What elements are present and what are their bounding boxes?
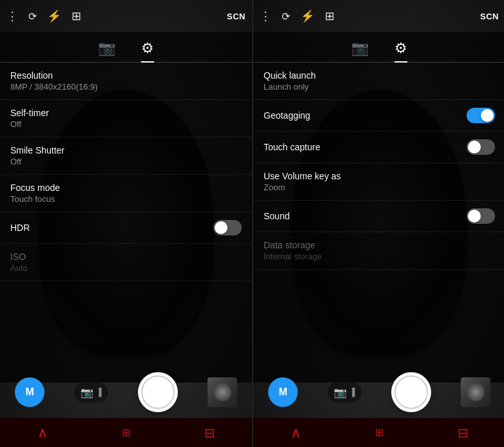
setting-iso[interactable]: ISO Auto — [0, 244, 252, 281]
data-storage-label: Data storage — [264, 240, 495, 250]
touch-capture-toggle-knob — [468, 141, 481, 154]
camera-video-icon-left[interactable]: ▐ — [96, 388, 102, 397]
touch-capture-label: Touch capture — [264, 142, 320, 152]
focus-mode-label: Focus mode — [10, 183, 242, 193]
top-bar-right: ⋮ ⟳ ⚡ ⊞ SCN — [253, 0, 504, 32]
setting-quick-launch[interactable]: Quick launch Launch only — [253, 63, 504, 100]
camera-video-icon-right[interactable]: ▐ — [349, 388, 355, 397]
setting-smile-shutter[interactable]: Smile Shutter Off — [0, 137, 252, 175]
top-bar-left-icons: ⋮ ⟳ ⚡ ⊞ — [6, 9, 81, 23]
setting-hdr[interactable]: HDR — [0, 212, 252, 244]
settings-overlay-right: 📷 ⚙ Quick launch Launch only Geotagging … — [253, 32, 504, 382]
settings-tabs-right: 📷 ⚙ — [253, 32, 504, 63]
sound-text: Sound — [264, 211, 289, 221]
shutter-button-right[interactable] — [391, 372, 431, 412]
tab-settings-right[interactable]: ⚙ — [394, 40, 407, 57]
rotate-icon-left[interactable]: ⟳ — [28, 10, 37, 23]
touch-capture-toggle[interactable] — [467, 139, 495, 155]
delete-nav-left[interactable]: ⊟ — [204, 425, 215, 441]
shutter-inner-right — [394, 375, 428, 409]
quick-launch-label: Quick launch — [264, 70, 495, 81]
left-panel: ⋮ ⟳ ⚡ ⊞ SCN 📷 ⚙ Resolution 8MP / 3840x21… — [0, 0, 252, 447]
camera-mode-group-left[interactable]: 📷 ▐ — [74, 382, 108, 402]
setting-sound[interactable]: Sound — [253, 201, 504, 232]
iso-label: ISO — [10, 252, 242, 262]
sound-toggle-knob — [468, 210, 481, 223]
grid-nav-left[interactable]: ⊞ — [122, 426, 130, 439]
resolution-label: Resolution — [10, 70, 242, 81]
quick-launch-value: Launch only — [264, 82, 495, 92]
smile-shutter-value: Off — [10, 157, 242, 166]
tab-settings-left[interactable]: ⚙ — [141, 40, 154, 57]
settings-list-right: Quick launch Launch only Geotagging Touc… — [253, 63, 504, 382]
setting-touch-capture[interactable]: Touch capture — [253, 132, 504, 163]
delete-nav-right[interactable]: ⊟ — [458, 425, 469, 441]
top-bar-left: ⋮ ⟳ ⚡ ⊞ SCN — [0, 0, 252, 32]
thumbnail-right[interactable] — [461, 377, 490, 407]
hdr-toggle-knob — [215, 221, 228, 234]
setting-focus-mode[interactable]: Focus mode Touch focus — [0, 175, 252, 212]
resolution-value: 8MP / 3840x2160(16:9) — [10, 82, 242, 92]
geotagging-toggle-knob — [481, 109, 494, 122]
settings-tabs-left: 📷 ⚙ — [0, 32, 252, 63]
thumbnail-left[interactable] — [208, 377, 237, 407]
filter-icon-right[interactable]: ⊞ — [325, 9, 334, 23]
focus-mode-value: Touch focus — [10, 194, 242, 204]
right-panel: ⋮ ⟳ ⚡ ⊞ SCN 📷 ⚙ Quick launch Launch only… — [253, 0, 504, 447]
nav-bar-right: ∧ ⊞ ⊟ — [253, 418, 504, 447]
setting-data-storage[interactable]: Data storage Internal storage — [253, 232, 504, 270]
mode-button-left[interactable]: M — [15, 377, 44, 407]
top-bar-right-icons: ⋮ ⟳ ⚡ ⊞ — [260, 9, 334, 23]
smile-shutter-label: Smile Shutter — [10, 145, 242, 155]
data-storage-value: Internal storage — [264, 252, 495, 261]
tab-camera-right[interactable]: 📷 — [351, 40, 369, 57]
setting-geotagging[interactable]: Geotagging — [253, 100, 504, 132]
sound-toggle[interactable] — [467, 208, 495, 224]
iso-value: Auto — [10, 263, 242, 273]
flash-icon-right[interactable]: ⚡ — [300, 9, 315, 23]
volume-key-value: Zoom — [264, 183, 495, 192]
setting-volume-key[interactable]: Use Volume key as Zoom — [253, 163, 504, 201]
scn-badge-left: SCN — [227, 12, 246, 21]
geotagging-toggle[interactable] — [467, 108, 495, 123]
setting-self-timer[interactable]: Self-timer Off — [0, 100, 252, 137]
camera-mode-group-right[interactable]: 📷 ▐ — [327, 382, 362, 402]
filter-icon-left[interactable]: ⊞ — [72, 9, 81, 23]
menu-icon-right[interactable]: ⋮ — [260, 9, 271, 23]
tab-camera-left[interactable]: 📷 — [98, 40, 115, 57]
menu-icon-left[interactable]: ⋮ — [6, 9, 18, 23]
camera-photo-icon-left[interactable]: 📷 — [81, 386, 93, 399]
nav-bar-left: ∧ ⊞ ⊟ — [0, 418, 252, 447]
self-timer-value: Off — [10, 119, 242, 129]
hdr-toggle[interactable] — [213, 220, 242, 235]
grid-nav-right[interactable]: ⊞ — [375, 426, 383, 439]
sound-label: Sound — [264, 211, 289, 221]
bottom-bar-right: M 📷 ▐ — [253, 366, 504, 418]
rotate-icon-right[interactable]: ⟳ — [282, 10, 290, 23]
back-nav-left[interactable]: ∧ — [37, 424, 48, 441]
geotagging-label: Geotagging — [264, 110, 310, 121]
hdr-label: HDR — [10, 223, 30, 233]
setting-resolution[interactable]: Resolution 8MP / 3840x2160(16:9) — [0, 63, 252, 100]
settings-overlay-left: 📷 ⚙ Resolution 8MP / 3840x2160(16:9) Sel… — [0, 32, 252, 382]
touch-capture-text: Touch capture — [264, 142, 320, 152]
self-timer-label: Self-timer — [10, 108, 242, 118]
shutter-inner-left — [141, 375, 175, 409]
geotagging-text: Geotagging — [264, 110, 310, 121]
flash-icon-left[interactable]: ⚡ — [47, 9, 61, 23]
settings-list-left: Resolution 8MP / 3840x2160(16:9) Self-ti… — [0, 63, 252, 382]
back-nav-right[interactable]: ∧ — [291, 424, 301, 441]
hdr-text: HDR — [10, 223, 30, 233]
scn-badge-right: SCN — [480, 12, 499, 21]
mode-button-right[interactable]: M — [268, 377, 298, 407]
bottom-bar-left: M 📷 ▐ — [0, 366, 252, 418]
shutter-button-left[interactable] — [138, 372, 178, 412]
camera-photo-icon-right[interactable]: 📷 — [334, 386, 347, 399]
volume-key-label: Use Volume key as — [264, 171, 495, 181]
